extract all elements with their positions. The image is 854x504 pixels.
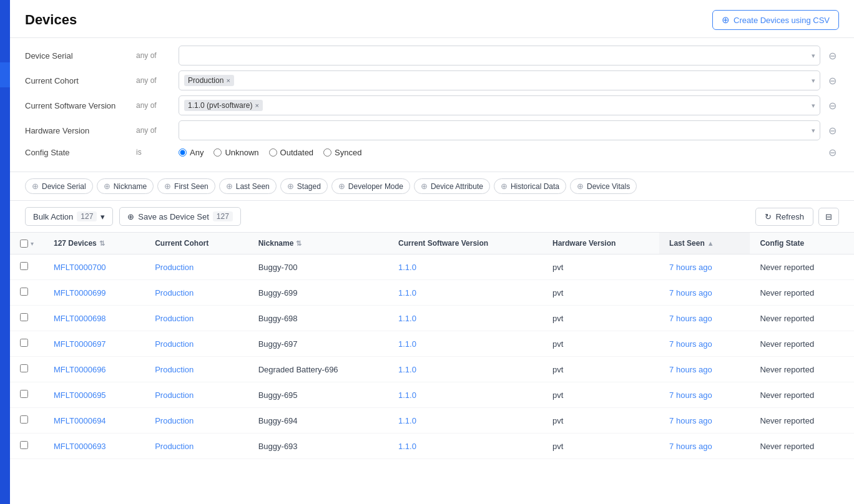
software-version-link-5[interactable]: 1.1.0 <box>398 390 416 400</box>
software-version-link-2[interactable]: 1.1.0 <box>398 314 416 323</box>
device-serial-link-0[interactable]: MFLT0000700 <box>54 263 106 272</box>
pill-plus-icon-3: ⊕ <box>164 182 171 191</box>
toolbar: Bulk Action 127 ▾ ⊕ Save as Device Set 1… <box>10 201 854 233</box>
current-cohort-filter-label: Current Cohort <box>25 76 131 85</box>
col-pill-last-seen[interactable]: ⊕ Last Seen <box>219 178 277 194</box>
col-pill-developer-mode[interactable]: ⊕ Developer Mode <box>331 178 410 194</box>
bulk-action-button[interactable]: Bulk Action 127 ▾ <box>25 207 113 226</box>
cohort-link-0[interactable]: Production <box>155 263 194 272</box>
save-device-set-button[interactable]: ⊕ Save as Device Set 127 <box>119 207 240 226</box>
th-software-version: Current Software Version <box>388 233 542 254</box>
last-seen-link-3[interactable]: 7 hours ago <box>669 339 712 349</box>
device-serial-link-2[interactable]: MFLT0000698 <box>54 314 106 323</box>
col-pill-device-vitals[interactable]: ⊕ Device Vitals <box>570 178 637 194</box>
software-version-link-4[interactable]: 1.1.0 <box>398 365 416 374</box>
software-version-link-3[interactable]: 1.1.0 <box>398 339 416 349</box>
device-serial-input[interactable] <box>179 46 820 65</box>
current-cohort-remove-button[interactable]: ⊖ <box>825 74 839 87</box>
row-config-state-7: Never reported <box>750 434 854 459</box>
row-checkbox-4[interactable] <box>20 364 28 372</box>
config-state-synced-option[interactable]: Synced <box>323 148 361 157</box>
last-seen-link-5[interactable]: 7 hours ago <box>669 390 712 400</box>
device-serial-link-6[interactable]: MFLT0000694 <box>54 416 106 425</box>
row-cohort-4: Production <box>145 357 248 382</box>
row-last-seen-4: 7 hours ago <box>659 357 750 382</box>
th-device-serial[interactable]: 127 Devices ⇅ <box>44 233 145 254</box>
software-version-link-1[interactable]: 1.1.0 <box>398 288 416 298</box>
last-seen-link-1[interactable]: 7 hours ago <box>669 288 712 298</box>
row-checkbox-5[interactable] <box>20 390 28 398</box>
config-state-any-option[interactable]: Any <box>179 148 204 157</box>
select-all-checkbox[interactable] <box>20 240 28 248</box>
cohort-link-4[interactable]: Production <box>155 365 194 374</box>
device-serial-filter-row: Device Serial any of ▾ ⊖ <box>25 46 839 65</box>
row-checkbox-cell-5 <box>10 382 44 408</box>
last-seen-link-7[interactable]: 7 hours ago <box>669 442 712 451</box>
row-checkbox-0[interactable] <box>20 262 28 270</box>
device-serial-link-4[interactable]: MFLT0000696 <box>54 365 106 374</box>
device-serial-remove-button[interactable]: ⊖ <box>825 49 839 62</box>
software-version-tag-remove[interactable]: × <box>255 102 258 109</box>
col-pill-nickname[interactable]: ⊕ Nickname <box>97 178 154 194</box>
row-checkbox-6[interactable] <box>20 415 28 424</box>
software-version-link-7[interactable]: 1.1.0 <box>398 442 416 451</box>
config-state-unknown-option[interactable]: Unknown <box>214 148 258 157</box>
create-devices-csv-button[interactable]: ⊕ Create Devices using CSV <box>712 10 839 30</box>
row-hardware-version-5: pvt <box>542 382 659 408</box>
cohort-link-6[interactable]: Production <box>155 416 194 425</box>
row-software-version-6: 1.1.0 <box>388 408 542 434</box>
row-last-seen-5: 7 hours ago <box>659 382 750 408</box>
row-cohort-5: Production <box>145 382 248 408</box>
select-all-chevron-button[interactable]: ▾ <box>31 240 34 247</box>
th-nickname[interactable]: Nickname ⇅ <box>248 233 388 254</box>
device-serial-link-1[interactable]: MFLT0000699 <box>54 288 106 298</box>
cohort-link-5[interactable]: Production <box>155 390 194 400</box>
row-software-version-4: 1.1.0 <box>388 357 542 382</box>
row-checkbox-7[interactable] <box>20 441 28 449</box>
cohort-link-7[interactable]: Production <box>155 442 194 451</box>
current-cohort-input[interactable]: Production × <box>179 70 820 90</box>
last-seen-link-2[interactable]: 7 hours ago <box>669 314 712 323</box>
filter-icon-button[interactable]: ⊟ <box>818 208 839 226</box>
row-nickname-2: Buggy-698 <box>248 306 388 331</box>
row-serial-1: MFLT0000699 <box>44 280 145 306</box>
refresh-button[interactable]: ↻ Refresh <box>755 208 813 226</box>
software-version-link-0[interactable]: 1.1.0 <box>398 263 416 272</box>
hardware-version-remove-button[interactable]: ⊖ <box>825 124 839 137</box>
col-pill-staged[interactable]: ⊕ Staged <box>280 178 328 194</box>
device-serial-link-5[interactable]: MFLT0000695 <box>54 390 106 400</box>
cohort-link-1[interactable]: Production <box>155 288 194 298</box>
cohort-link-2[interactable]: Production <box>155 314 194 323</box>
config-state-outdated-radio[interactable] <box>269 148 277 157</box>
config-state-outdated-option[interactable]: Outdated <box>269 148 314 157</box>
col-pill-historical-data[interactable]: ⊕ Historical Data <box>494 178 566 194</box>
device-serial-link-7[interactable]: MFLT0000693 <box>54 442 106 451</box>
col-pill-device-serial[interactable]: ⊕ Device Serial <box>25 178 93 194</box>
last-seen-link-4[interactable]: 7 hours ago <box>669 365 712 374</box>
row-checkbox-2[interactable] <box>20 313 28 321</box>
table-row: MFLT0000699 Production Buggy-699 1.1.0 p… <box>10 280 854 306</box>
col-pill-first-seen[interactable]: ⊕ First Seen <box>157 178 215 194</box>
th-last-seen[interactable]: Last Seen ▲ <box>659 233 750 254</box>
device-serial-link-3[interactable]: MFLT0000697 <box>54 339 106 349</box>
row-last-seen-0: 7 hours ago <box>659 254 750 280</box>
last-seen-link-0[interactable]: 7 hours ago <box>669 263 712 272</box>
config-state-any-radio[interactable] <box>179 148 187 157</box>
config-state-synced-radio[interactable] <box>323 148 331 157</box>
bulk-action-chevron-icon: ▾ <box>101 212 105 221</box>
config-state-remove-button[interactable]: ⊖ <box>825 145 839 159</box>
row-serial-7: MFLT0000693 <box>44 434 145 459</box>
last-seen-link-6[interactable]: 7 hours ago <box>669 416 712 425</box>
software-version-input[interactable]: 1.1.0 (pvt-software) × <box>179 95 820 115</box>
config-state-unknown-radio[interactable] <box>214 148 222 157</box>
row-last-seen-1: 7 hours ago <box>659 280 750 306</box>
cohort-tag-production-remove[interactable]: × <box>226 77 230 84</box>
current-cohort-qualifier: any of <box>136 76 174 85</box>
row-checkbox-1[interactable] <box>20 288 28 296</box>
software-version-remove-button[interactable]: ⊖ <box>825 99 839 112</box>
col-pill-device-attribute[interactable]: ⊕ Device Attribute <box>414 178 490 194</box>
hardware-version-input[interactable] <box>179 120 820 140</box>
cohort-link-3[interactable]: Production <box>155 339 194 349</box>
software-version-link-6[interactable]: 1.1.0 <box>398 416 416 425</box>
row-checkbox-3[interactable] <box>20 339 28 347</box>
